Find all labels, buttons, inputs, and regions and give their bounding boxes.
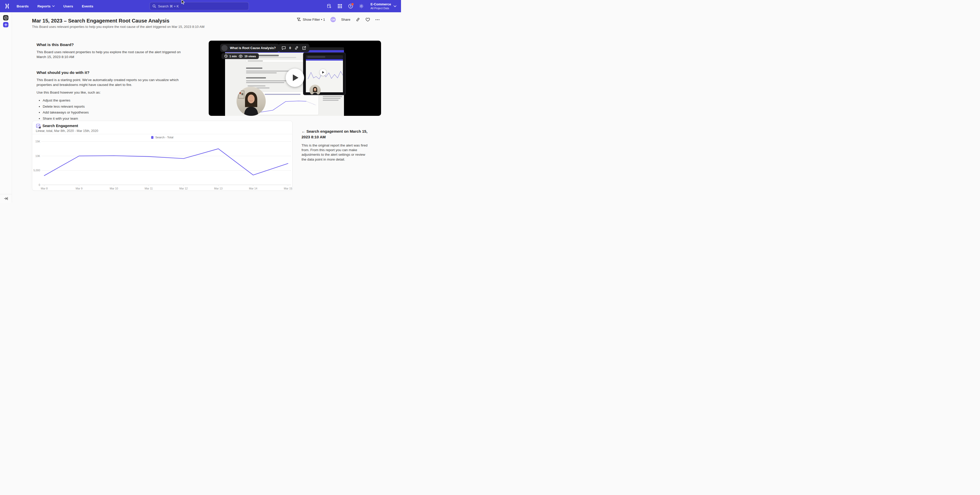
video-player[interactable]: What is Root Cause Analysis? 0 1 min 19 … bbox=[209, 41, 381, 116]
search-icon bbox=[153, 4, 156, 8]
board-usage-list: Adjust the queries Delete less relevant … bbox=[43, 98, 195, 121]
svg-text:Mar 14: Mar 14 bbox=[249, 187, 258, 190]
video-actions-pill: 0 bbox=[278, 44, 309, 52]
favorite-button[interactable] bbox=[366, 18, 370, 22]
nav-links: Boards Reports Users Events bbox=[17, 4, 93, 8]
video-meta-pill: 1 min 19 views bbox=[221, 53, 259, 59]
video-title: What is Root Cause Analysis? bbox=[230, 46, 276, 50]
play-button[interactable] bbox=[286, 68, 304, 87]
nav-item-users[interactable]: Users bbox=[64, 4, 73, 8]
search-placeholder: Search ⌘ + K bbox=[158, 4, 179, 8]
plus-icon bbox=[4, 23, 7, 26]
expand-sidebar-icon bbox=[4, 197, 8, 200]
nested-play-button[interactable] bbox=[320, 69, 326, 76]
svg-text:15K: 15K bbox=[35, 140, 40, 143]
user-avatar[interactable]: CM bbox=[331, 17, 336, 22]
project-selector[interactable]: E-Commerce All Project Data bbox=[371, 2, 396, 10]
discover-boards-button[interactable] bbox=[3, 15, 8, 21]
nav-item-reports-label: Reports bbox=[37, 4, 51, 8]
svg-text:5,000: 5,000 bbox=[33, 169, 40, 172]
expand-sidebar-button[interactable] bbox=[0, 194, 12, 202]
svg-text:Mar 10: Mar 10 bbox=[110, 187, 118, 190]
presenter-avatar bbox=[237, 87, 266, 116]
section-heading-what-to-do: What should you do with it? bbox=[37, 70, 195, 75]
nav-item-boards[interactable]: Boards bbox=[17, 4, 29, 8]
nav-right-cluster: ? E-Commerce All Project Data bbox=[326, 0, 396, 12]
share-label: Share bbox=[341, 18, 350, 21]
svg-text:Mar 8: Mar 8 bbox=[41, 187, 48, 190]
search-input[interactable]: Search ⌘ + K bbox=[150, 2, 249, 10]
report-card-header: Search Engagement Linear, total, Mar 8th… bbox=[32, 121, 292, 134]
clock-icon bbox=[224, 54, 228, 58]
svg-text:?: ? bbox=[350, 5, 352, 8]
more-options-button[interactable] bbox=[375, 19, 380, 20]
note-body: This is the original report the alert wa… bbox=[302, 143, 369, 162]
open-external-icon[interactable] bbox=[302, 46, 306, 50]
show-filter-label: Show Filter • 1 bbox=[303, 18, 325, 21]
report-subtitle: Linear, total, Mar 8th, 2020 - Mar 15th,… bbox=[36, 129, 98, 133]
page-title: Mar 15, 2023 – Search Engagement Root Ca… bbox=[32, 18, 169, 24]
section-paragraph: This Board uses relevant properties to h… bbox=[37, 50, 190, 60]
top-navigation: Boards Reports Users Events Search ⌘ + K bbox=[0, 0, 401, 12]
list-item: Delete less relevant reports bbox=[43, 104, 195, 109]
svg-text:Mar 9: Mar 9 bbox=[76, 187, 83, 190]
create-new-button[interactable] bbox=[3, 22, 8, 27]
settings-gear-icon[interactable] bbox=[359, 3, 364, 9]
heart-icon bbox=[366, 18, 370, 22]
left-rail bbox=[0, 12, 12, 202]
play-icon bbox=[293, 75, 298, 81]
chevron-down-icon bbox=[52, 5, 55, 7]
compass-icon bbox=[4, 16, 8, 20]
comment-count: 0 bbox=[289, 46, 291, 50]
video-duration: 1 min bbox=[229, 55, 237, 58]
report-title[interactable]: Search Engagement bbox=[43, 124, 78, 128]
svg-text:0: 0 bbox=[39, 183, 40, 186]
svg-text:Mar 15: Mar 15 bbox=[284, 187, 292, 190]
chevron-down-icon bbox=[394, 5, 396, 7]
share-button[interactable]: Share bbox=[341, 18, 350, 21]
show-filter-button[interactable]: Show Filter • 1 bbox=[297, 18, 325, 22]
mixpanel-logo-icon[interactable] bbox=[4, 3, 11, 10]
list-item: Share it with your team bbox=[43, 116, 195, 121]
list-item: Adjust the queries bbox=[43, 98, 195, 103]
section-paragraph: Use this Board however you like, such as… bbox=[37, 90, 195, 95]
list-item: Add takeaways or hypotheses bbox=[43, 110, 195, 115]
eye-icon bbox=[239, 55, 243, 58]
link-icon[interactable] bbox=[294, 46, 299, 50]
line-chart-report-icon bbox=[36, 124, 41, 129]
project-scope: All Project Data bbox=[371, 6, 391, 10]
svg-text:Mar 12: Mar 12 bbox=[179, 187, 188, 190]
filter-plus-icon bbox=[297, 18, 301, 22]
link-icon bbox=[356, 18, 360, 22]
report-card-search-engagement: Search Engagement Linear, total, Mar 8th… bbox=[32, 121, 293, 191]
section-heading-what-is: What is this Board? bbox=[37, 43, 195, 47]
project-name: E-Commerce bbox=[371, 2, 391, 6]
ellipsis-icon bbox=[375, 19, 380, 20]
board-description-text: What is this Board? This Board uses rele… bbox=[37, 43, 195, 122]
note-heading: ← Search engagement on March 15, 2023 8:… bbox=[302, 129, 369, 140]
report-note: ← Search engagement on March 15, 2023 8:… bbox=[302, 129, 369, 162]
svg-text:Mar 11: Mar 11 bbox=[145, 187, 153, 190]
video-views: 19 views bbox=[245, 55, 256, 58]
page-subtitle: This Board uses relevant properties to h… bbox=[32, 25, 204, 29]
video-title-pill: What is Root Cause Analysis? bbox=[220, 44, 279, 52]
board-controls: Show Filter • 1 CM Share bbox=[297, 17, 380, 22]
copy-link-button[interactable] bbox=[356, 18, 360, 22]
nav-item-events[interactable]: Events bbox=[82, 4, 93, 8]
section-paragraph: This Board is a starting point. We've au… bbox=[37, 78, 195, 88]
notification-dot bbox=[352, 3, 354, 5]
svg-text:Mar 13: Mar 13 bbox=[214, 187, 223, 190]
data-management-icon[interactable] bbox=[326, 3, 332, 9]
nested-presenter-avatar bbox=[309, 84, 321, 95]
video-author-avatar bbox=[221, 45, 228, 51]
nested-video-mock bbox=[303, 53, 346, 95]
comment-icon[interactable] bbox=[282, 46, 286, 50]
nav-item-reports[interactable]: Reports bbox=[37, 4, 55, 8]
line-chart[interactable]: 05,00010K15KMar 8Mar 9Mar 10Mar 11Mar 12… bbox=[32, 134, 292, 191]
help-icon[interactable]: ? bbox=[348, 3, 353, 9]
svg-text:10K: 10K bbox=[35, 154, 40, 158]
apps-grid-icon[interactable] bbox=[337, 3, 342, 9]
